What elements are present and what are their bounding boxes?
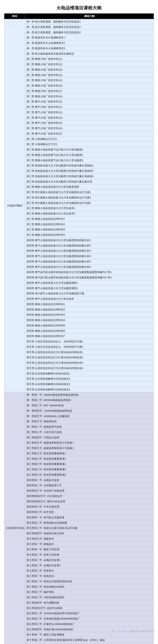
- table-row: 第二章:燃气火电厂的技术特点7: [4, 131, 154, 136]
- table-row: 第三章第六节 -机组安装重要事项4: [4, 467, 154, 472]
- table-row: 第三章:燃煤火电机组的启停时间4: [4, 232, 154, 238]
- outline-cell: 第三章:燃煤火电机组凝气运行最大出力变化幅度2: [25, 152, 154, 158]
- table-row: 第五章:以实现热电解耦为目标的改造4: [4, 387, 154, 392]
- table-row: 第三章:燃煤火电机组凝气运行最大出力变化幅度1: [4, 147, 154, 152]
- outline-cell: 第四章第三节 -水的离子交换处理: [25, 488, 154, 494]
- table-row: 第五章第五节 -脱硫技术: [4, 536, 154, 542]
- table-row: 第八章第三节 -锅炉调试: [4, 590, 154, 595]
- table-row: 第四章:燃气火电机组最大出力变化幅度调研2: [4, 286, 154, 291]
- column-subject: 科目: [4, 14, 25, 19]
- outline-cell: 第五章第一节 -电气除尘实践发展: [25, 515, 154, 520]
- outline-cell: 第三章:热电机组最大出力变化幅度与供热抽汽量关系曲线1: [25, 163, 154, 168]
- outline-cell: 第四章:增大燃气火电机组最大出力变化幅度的方案: [25, 291, 154, 296]
- outline-cell: 第九章第三节 -扩建单台1000MW机组电厂: [25, 621, 154, 627]
- table-row: 第二章:燃气火电厂的技术特点4: [4, 115, 154, 120]
- outline-cell: 第五章:火电灵活性改造的定义、目标和技术方案1: [25, 339, 154, 344]
- outline-cell: 第二章:燃煤火电厂的技术特点4: [25, 72, 154, 78]
- outline-cell: 第三章第六节 -机组安装重要事项1: [25, 451, 154, 456]
- outline-cell: 第三章第六节 -机组安装重要事项3: [25, 462, 154, 467]
- outline-cell: 第八章第二节 -机组运行故障及原因分析: [25, 579, 154, 584]
- table-row: 第二章:燃气火电厂的技术特点2: [4, 104, 154, 110]
- outline-cell: 第一章:电力系统调度、辅助服务与灵活性改造2: [25, 24, 154, 30]
- page-title: 火电运维项目课程大纲: [4, 5, 154, 11]
- section-body: 火电系统专业知识第一章第一节 -300MW级亚临界和超临界机组第一章第二节 -6…: [4, 392, 154, 644]
- outline-cell: 第二章:燃气火电厂的技术特点4: [25, 115, 154, 120]
- outline-cell: 第三章第四节 -汽轮机式选择: [25, 435, 154, 440]
- outline-cell: 第八章第四节 -电气调整试验: [25, 600, 154, 605]
- outline-cell: 第二章:燃气火电厂的技术特点6: [25, 126, 154, 131]
- table-row: 第九章第三节 -沿海地区新建1000MW机组电厂: [4, 616, 154, 622]
- outline-cell: 第四章:燃煤火电机组的启停时间6: [25, 328, 154, 334]
- outline-cell: 第三章第五节 -超超临界机组设计与设备2: [25, 446, 154, 451]
- table-row: 第三章:燃煤火电机组的最大出力变化速率1: [4, 206, 154, 211]
- table-row: 第一章:电力辅助服务相关政策和实施情况: [4, 51, 154, 56]
- table-row: 第三章:燃煤火电机组的最大出力变化幅度调研: [4, 184, 154, 190]
- outline-cell: 第四章:燃气火电机组的最大出力变化幅度限制因素分析1: [25, 238, 154, 243]
- table-row: 第四章:燃气火电机组的最大出力变化幅度限制因素分析3: [4, 248, 154, 254]
- table-row: 第四章:燃煤火电机组的启停时间5: [4, 323, 154, 328]
- table-row: 第七章第二节 -金属化学监督2: [4, 563, 154, 568]
- outline-cell: 第四章:燃煤火电机组的启停时间2: [25, 307, 154, 312]
- outline-cell: 第五章:以实现热电解耦为目标的改造1: [25, 371, 154, 376]
- outline-cell: 第四章:燃气蒸汽联合循环热电机组最大出力变化幅度数据模型构建与计算1: [25, 270, 154, 275]
- watermark-label: 公众号：因材兴川教育中心: [117, 629, 154, 633]
- table-row: 火电系统专业知识第一章第一节 -300MW级亚临界和超临界机组: [4, 392, 154, 398]
- outline-cell: 第一章第五节 -1000MW以上容量机组: [25, 414, 154, 419]
- outline-cell: 第八章第三节 -汽轮发电机组调试: [25, 595, 154, 600]
- table-row: 第四章:燃煤火电机组的启停时间6: [4, 328, 154, 334]
- table-row: 第二章:火电调峰运行方式2: [4, 142, 154, 147]
- outline-cell: 第六章第一节 -除氢技术: [25, 542, 154, 547]
- outline-cell: 第三章:热电机组最大出力变化幅度与供热抽汽量关系曲线2: [25, 168, 154, 174]
- table-row: 第一章第六节 -超临界机组: [4, 419, 154, 424]
- table-row: 第五章第三节 -电除尘生器与系统试运行问题: [4, 526, 154, 531]
- table-row: 第三章:燃煤火电机组的启停时间2: [4, 222, 154, 227]
- outline-cell: 第三章:燃煤火电机组的启停时间2: [25, 222, 154, 227]
- table-row: 第二章第三节 -主蒸汽压力选择: [4, 430, 154, 435]
- outline-cell: 第七章第二节 -安装部分: [25, 568, 154, 574]
- table-row: 第二章:燃煤火电厂的技术特点3: [4, 67, 154, 72]
- outline-cell: 第三章:燃煤火电机组的最大出力变化幅度调研: [25, 184, 154, 190]
- table-row: 第五章:以实现热电解耦为目标的改造3: [4, 382, 154, 387]
- table-row: 第五章:以实现热电解耦为目标的改造1: [4, 371, 154, 376]
- outline-cell: 第四章:燃气火电机组的最大出力变化速率: [25, 296, 154, 302]
- table-row: 第三章:燃煤火电机组凝气运行最大出力变化幅度2: [4, 152, 154, 158]
- table-row: 第三章:增大燃煤火电机组最大出力变化幅度的运行方案3: [4, 200, 154, 206]
- table-row: 第五章:火电灵活性改造的定义、目标和技术方案1: [4, 339, 154, 344]
- table-row: 第五章第四节 -电袋复合除尘技术: [4, 531, 154, 536]
- outline-cell: 第七章第二节 -金属化学监督1: [25, 557, 154, 563]
- outline-cell: 第一章:能源革命与火电调峰需求1: [25, 35, 154, 40]
- table-row: 第十章第二节 -工程师的注册及国际咨询工程师联合会（FIDIC）条款: [4, 638, 154, 643]
- outline-cell: 第二章:火电调峰运行方式2: [25, 142, 154, 147]
- outline-cell: 第一章:电力辅助服务相关政策和实施情况: [25, 51, 154, 56]
- table-row: 第三章第六节 -机组安装重要事项2: [4, 456, 154, 462]
- table-row: 第五章第一节 -电气除尘实践发展: [4, 515, 154, 520]
- outline-cell: 第三章:燃煤火电机组的启停时间3: [25, 227, 154, 232]
- table-row: 第四章:燃气火电机组最大出力变化幅度调研1: [4, 280, 154, 286]
- watermark: ✶ 公众号：因材兴川教育中心: [111, 628, 154, 634]
- table-row: 第三章第五节 -超超临界机组设计与设备1: [4, 440, 154, 446]
- outline-cell: 第五章第三节 -电除尘生器与系统试运行问题: [25, 526, 154, 531]
- table-row: 第三章第四节 -汽轮机式选择: [4, 435, 154, 440]
- outline-cell: 第四章第四/五节 -汽水系统化学: [25, 493, 154, 499]
- table-row: 第四章:燃气火电机组的最大出力变化幅度限制因素分析6: [4, 264, 154, 270]
- outline-cell: 第二章第三节 -主蒸汽压力选择: [25, 430, 154, 435]
- outline-cell: 第三章第六节 -机组安装重要事项4: [25, 467, 154, 472]
- table-row: 第二章:燃气火电厂的技术特点3: [4, 110, 154, 115]
- outline-cell: 第二章:燃煤火电厂的技术特点5: [25, 78, 154, 83]
- table-row: 第一章第五节 -1000MW以上容量机组: [4, 414, 154, 419]
- table-row: 第五章:以适应低负荷运行为主要目标的内部改造2: [4, 355, 154, 360]
- table-row: 第四章第四/五节 -汽水系统化学: [4, 493, 154, 499]
- outline-cell: 第五章:以实现热电解耦为目标的改造4: [25, 387, 154, 392]
- outline-cell: 第四章:燃气火电机组最大出力变化幅度调研1: [25, 280, 154, 286]
- table-row: 第八章第三节 -汽轮发电机组调试: [4, 595, 154, 600]
- outline-cell: 第二章:火电调峰运行方式1: [25, 136, 154, 142]
- outline-cell: 第八章第一节 -机组启动: [25, 574, 154, 579]
- table-row: 第十章第三节 -监理管理执法条基础: [4, 642, 154, 644]
- table-row: 第六章第一节 -除氢技术: [4, 542, 154, 547]
- outline-cell: 第二章:燃气火电厂的技术特点3: [25, 110, 154, 115]
- table-row: 第八章第四节 -电气调整试验: [4, 600, 154, 605]
- outline-cell: 第三章:燃煤火电机组的启停时间1: [25, 216, 154, 222]
- outline-cell: 第四章第一节 -金属化学监督: [25, 478, 154, 483]
- table-row: 第二章:火电调峰运行方式1: [4, 136, 154, 142]
- outline-cell: 第九章第二节 -1000MW超超临界汽轮机组电厂: [25, 611, 154, 616]
